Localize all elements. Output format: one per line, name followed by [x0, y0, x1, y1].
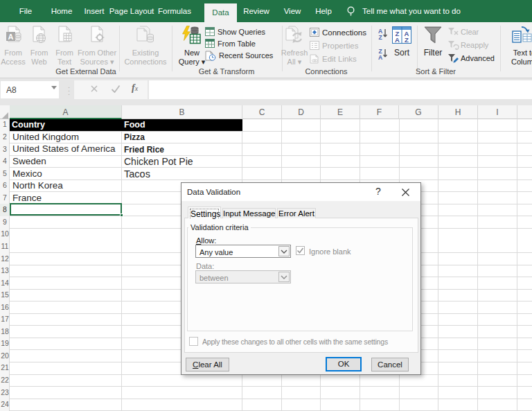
svg-text:Z: Z	[405, 36, 409, 44]
svg-text:A: A	[8, 33, 14, 41]
svg-text:Z: Z	[378, 34, 382, 40]
svg-text:A: A	[395, 36, 400, 44]
svg-text:A: A	[378, 54, 382, 60]
